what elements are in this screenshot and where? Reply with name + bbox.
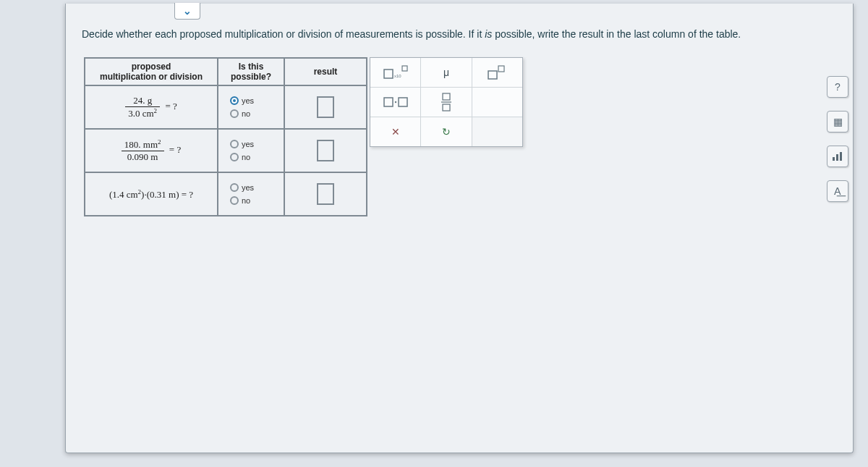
table-row: (1.4 cm2)·(0.31 m) = ? yes no — [85, 172, 367, 216]
worksheet-panel: ⌄ Decide whether each proposed multiplic… — [65, 4, 854, 453]
fraction-expr: 24. g 3.0 cm2 — [125, 95, 160, 119]
radio-no[interactable]: no — [230, 109, 250, 118]
palette-redo[interactable]: ↻ — [421, 117, 472, 146]
superscript-icon — [488, 65, 506, 80]
svg-rect-11 — [833, 157, 835, 161]
reference-icon: A͟ — [834, 185, 841, 197]
reference-button[interactable]: A͟ — [827, 180, 848, 202]
bar-chart-icon — [832, 151, 843, 161]
help-button[interactable]: ? — [827, 76, 848, 98]
svg-rect-0 — [384, 70, 393, 78]
calculator-icon: ▦ — [833, 116, 843, 127]
radio-icon — [230, 153, 239, 161]
result-input[interactable] — [317, 183, 334, 205]
radio-icon — [230, 196, 239, 205]
palette-superscript[interactable] — [472, 58, 522, 88]
palette-sci-notation[interactable]: x10 — [370, 58, 421, 88]
redo-icon: ↻ — [442, 126, 451, 138]
problem-table: proposedmultiplication or division Is th… — [84, 57, 367, 216]
palette-fraction[interactable] — [421, 88, 472, 117]
svg-rect-2 — [402, 66, 407, 71]
collapse-toggle[interactable]: ⌄ — [174, 3, 200, 20]
fraction-expr: 180. mm2 0.090 m — [122, 138, 164, 163]
product-expr: (1.4 cm2)·(0.31 m) = ? — [109, 189, 193, 200]
svg-point-6 — [394, 101, 396, 103]
radio-no[interactable]: no — [230, 153, 250, 161]
mu-icon: μ — [443, 67, 449, 78]
svg-rect-10 — [443, 104, 450, 111]
fraction-icon — [441, 93, 452, 112]
header-result: result — [284, 58, 367, 85]
result-input[interactable] — [317, 140, 334, 161]
radio-yes[interactable]: yes — [230, 140, 254, 148]
sci-notation-icon: x10 — [383, 65, 408, 80]
palette-multiply-box[interactable] — [370, 88, 421, 117]
radio-icon — [230, 109, 239, 118]
radio-icon — [230, 140, 239, 148]
formula-palette: x10 μ — [370, 57, 523, 147]
palette-blank[interactable] — [472, 88, 522, 117]
header-possible: Is thispossible? — [218, 58, 284, 85]
result-input[interactable] — [317, 96, 334, 118]
svg-rect-7 — [399, 98, 407, 106]
palette-clear[interactable]: ✕ — [370, 117, 421, 146]
svg-rect-13 — [840, 152, 842, 161]
radio-icon — [230, 183, 239, 192]
svg-rect-5 — [384, 98, 393, 106]
svg-rect-12 — [836, 154, 838, 161]
radio-icon — [230, 96, 239, 105]
palette-mu[interactable]: μ — [421, 58, 472, 88]
instruction-text: Decide whether each proposed multiplicat… — [82, 28, 837, 40]
radio-no[interactable]: no — [230, 196, 250, 205]
times-icon: ✕ — [391, 126, 400, 138]
radio-yes[interactable]: yes — [230, 183, 254, 192]
svg-rect-4 — [498, 66, 504, 72]
stats-button[interactable] — [827, 146, 848, 167]
help-icon: ? — [835, 81, 841, 93]
radio-yes[interactable]: yes — [230, 96, 254, 105]
box-dot-box-icon — [383, 96, 408, 108]
chevron-down-icon: ⌄ — [183, 5, 192, 17]
table-row: 24. g 3.0 cm2 = ? yes no — [85, 85, 367, 129]
svg-rect-3 — [488, 71, 497, 79]
table-row: 180. mm2 0.090 m = ? yes no — [85, 129, 367, 172]
side-toolbar: ? ▦ A͟ — [827, 76, 848, 202]
header-proposed: proposedmultiplication or division — [85, 58, 218, 85]
svg-text:x10: x10 — [394, 74, 401, 78]
calculator-button[interactable]: ▦ — [827, 111, 848, 132]
svg-rect-8 — [443, 93, 450, 100]
